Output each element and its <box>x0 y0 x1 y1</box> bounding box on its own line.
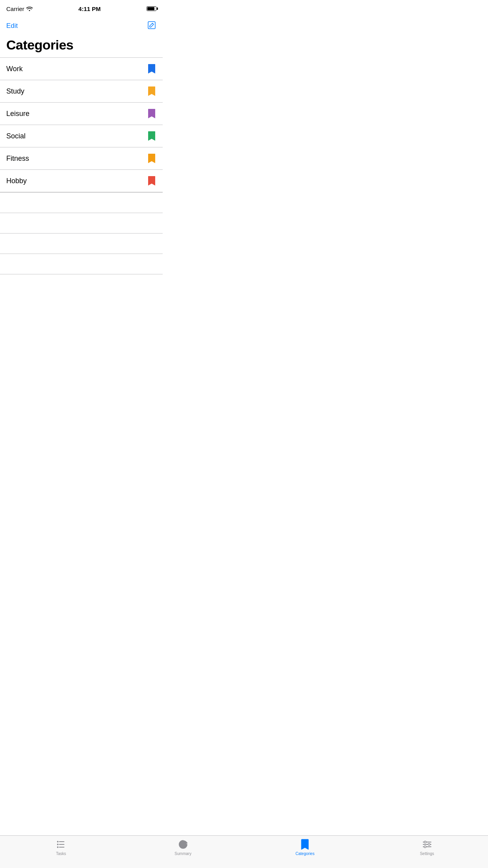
bookmark-icon <box>147 175 156 186</box>
category-item[interactable]: Study <box>0 80 163 102</box>
empty-row-5 <box>0 274 163 289</box>
bookmark-icon <box>147 108 156 119</box>
empty-row-4 <box>0 254 163 274</box>
empty-rows <box>0 192 163 289</box>
empty-row-2 <box>0 213 163 233</box>
category-item[interactable]: Hobby <box>0 169 163 192</box>
category-item[interactable]: Leisure <box>0 102 163 125</box>
status-bar: Carrier 4:11 PM <box>0 0 163 17</box>
category-name: Work <box>6 65 23 73</box>
wifi-icon <box>26 6 33 11</box>
category-name: Study <box>6 87 24 96</box>
edit-button[interactable]: Edit <box>6 22 18 30</box>
navigation-bar: Edit <box>0 17 163 36</box>
battery-indicator <box>147 6 156 11</box>
category-name: Social <box>6 132 26 140</box>
bookmark-icon <box>147 153 156 164</box>
bookmark-icon <box>147 131 156 142</box>
carrier-text: Carrier <box>6 6 33 12</box>
category-item[interactable]: Fitness <box>0 147 163 169</box>
bookmark-icon <box>147 63 156 74</box>
empty-row-1 <box>0 192 163 213</box>
category-item[interactable]: Work <box>0 57 163 80</box>
compose-icon <box>147 20 156 30</box>
category-name: Leisure <box>6 110 29 118</box>
compose-button[interactable] <box>147 20 156 31</box>
bookmark-icon <box>147 86 156 97</box>
svg-rect-0 <box>148 22 155 29</box>
category-name: Fitness <box>6 154 29 163</box>
page-title: Categories <box>0 36 163 57</box>
empty-row-3 <box>0 233 163 254</box>
category-item[interactable]: Social <box>0 125 163 147</box>
status-time: 4:11 PM <box>79 6 101 12</box>
category-list: Work Study Leisure Social Fitness Hobby <box>0 57 163 192</box>
category-name: Hobby <box>6 177 27 185</box>
